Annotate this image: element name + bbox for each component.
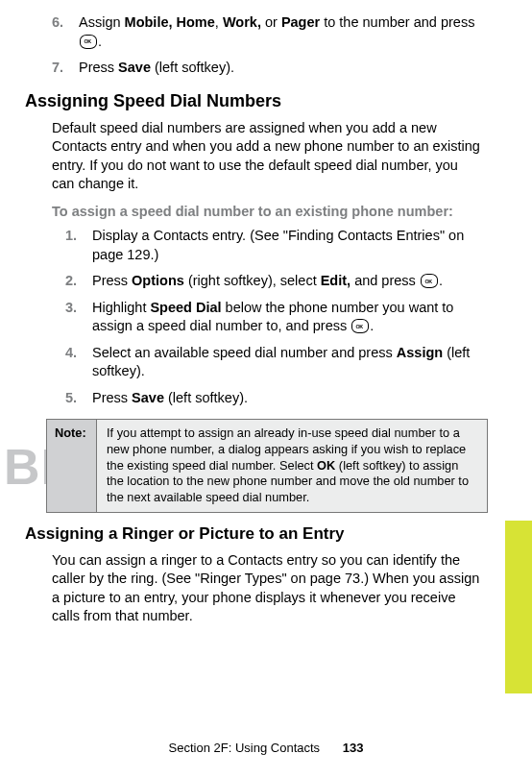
ok-key-icon [421, 274, 438, 288]
text-run: Press [79, 60, 118, 75]
text-run: . [370, 318, 374, 333]
ok-key-icon [80, 35, 97, 49]
top-step-list: 6. Assign Mobile, Home, Work, or Pager t… [38, 13, 480, 78]
list-item: 4. Select an available speed dial number… [65, 344, 480, 381]
procedure-subhead: To assign a speed dial number to an exis… [52, 204, 480, 219]
step-text: Press Options (right softkey), select Ed… [92, 272, 480, 291]
text-run: Select an available speed dial number an… [92, 345, 397, 360]
subsection-heading: Assigning a Ringer or Picture to an Entr… [25, 524, 480, 544]
step-text: Assign Mobile, Home, Work, or Pager to t… [79, 13, 480, 51]
list-item: 7. Press Save (left softkey). [52, 59, 480, 78]
step-text: Press Save (left softkey). [92, 389, 480, 408]
text-run: or [261, 14, 281, 30]
text-run: (left softkey). [151, 60, 234, 75]
speed-dial-step-list: 1. Display a Contacts entry. (See "Findi… [52, 227, 480, 408]
step-text: Display a Contacts entry. (See "Finding … [92, 227, 480, 264]
text-run: Press [92, 390, 132, 405]
step-number: 7. [52, 59, 79, 78]
footer-section: Section 2F: Using Contacts [169, 741, 321, 755]
note-body: If you attempt to assign an already in-u… [97, 420, 487, 511]
text-run: to the number and press [320, 14, 474, 30]
text-run: and press [351, 273, 420, 288]
section-heading: Assigning Speed Dial Numbers [25, 91, 480, 111]
page-number: 133 [343, 741, 364, 755]
step-number: 5. [65, 389, 92, 408]
list-item: 5. Press Save (left softkey). [65, 389, 480, 408]
list-item: 1. Display a Contacts entry. (See "Findi… [65, 227, 480, 264]
text-run: Assign [79, 14, 125, 30]
text-run: . [98, 34, 102, 49]
step-text: Press Save (left softkey). [79, 59, 480, 78]
text-run: (right softkey), select [184, 273, 321, 288]
text-bold: OK [317, 458, 335, 473]
ringer-paragraph: You can assign a ringer to a Contacts en… [52, 551, 480, 626]
text-bold: Pager [281, 14, 320, 30]
note-label: Note: [47, 420, 97, 511]
intro-paragraph: Default speed dial numbers are assigned … [52, 119, 480, 194]
list-item: 2. Press Options (right softkey), select… [65, 272, 480, 291]
step-number: 4. [65, 344, 92, 381]
list-item: 3. Highlight Speed Dial below the phone … [65, 299, 480, 336]
text-bold: Options [132, 273, 184, 288]
text-run: . [439, 273, 443, 288]
note-box: Note: If you attempt to assign an alread… [46, 419, 488, 512]
text-run: Press [92, 273, 132, 288]
text-run: Highlight [92, 300, 150, 315]
step-number: 6. [52, 13, 79, 51]
step-text: Select an available speed dial number an… [92, 344, 480, 381]
text-run: , [215, 14, 223, 30]
list-item: 6. Assign Mobile, Home, Work, or Pager t… [52, 13, 480, 51]
text-run: (left softkey). [164, 390, 248, 405]
ok-key-icon [351, 319, 369, 333]
page-footer: Section 2F: Using Contacts 133 [0, 741, 532, 755]
text-bold: Edit, [321, 273, 351, 288]
text-bold: Assign [397, 345, 443, 360]
text-bold: Speed Dial [150, 300, 221, 315]
text-bold: Mobile, Home [125, 14, 215, 30]
text-bold: Save [118, 60, 151, 75]
step-text: Highlight Speed Dial below the phone num… [92, 299, 480, 336]
step-number: 3. [65, 299, 92, 336]
step-number: 2. [65, 272, 92, 291]
section-tab-label: Contacts [528, 574, 532, 636]
page-content: 6. Assign Mobile, Home, Work, or Pager t… [0, 0, 509, 665]
step-number: 1. [65, 227, 92, 264]
text-bold: Work, [223, 14, 261, 30]
text-bold: Save [132, 390, 164, 405]
